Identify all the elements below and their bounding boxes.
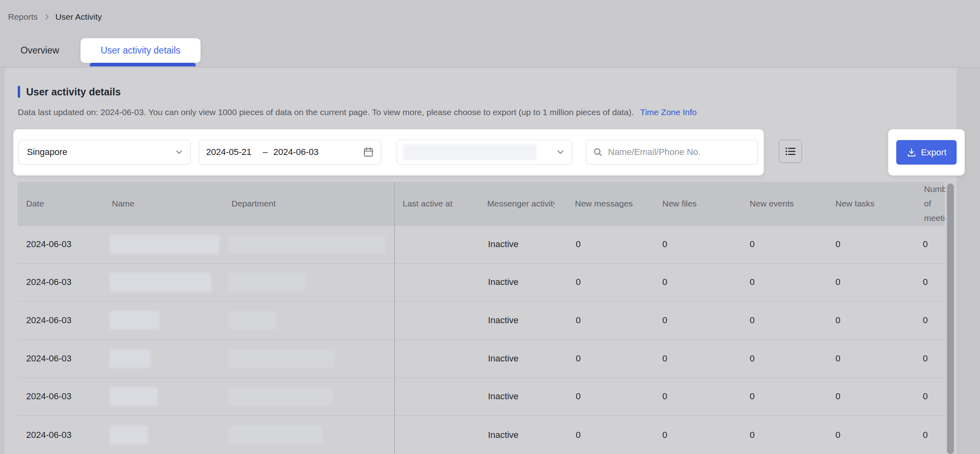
cell-date: 2024-06-03 xyxy=(26,225,72,263)
column-header-new-tasks: New tasks xyxy=(835,182,875,225)
export-label: Export xyxy=(921,147,947,158)
tab-overview[interactable]: Overview xyxy=(21,34,59,67)
section-heading: User activity details xyxy=(18,86,121,98)
cell-name-redacted xyxy=(110,426,148,444)
breadcrumb-current: User Activity xyxy=(56,12,102,22)
cell-new-tasks: 0 xyxy=(835,301,840,339)
cell-new-files: 0 xyxy=(662,378,667,416)
top-bar: Reports User Activity Overview User acti… xyxy=(0,0,980,68)
cell-name-redacted xyxy=(110,387,158,406)
cell-new-messages: 0 xyxy=(576,264,581,301)
cell-date: 2024-06-03 xyxy=(26,264,72,301)
cell-number-of-meetings: 0 xyxy=(923,264,928,301)
cell-new-events: 0 xyxy=(750,264,755,301)
cell-name-redacted xyxy=(110,273,211,291)
search-box xyxy=(586,140,758,165)
cell-date: 2024-06-03 xyxy=(26,378,72,416)
table-row: 2024-06-03 Inactive 0 0 0 0 0 xyxy=(17,225,945,264)
cell-new-files: 0 xyxy=(662,225,667,263)
cell-messenger-activity: Inactive xyxy=(488,301,519,339)
table-row: 2024-06-03 Inactive 0 0 0 0 0 xyxy=(17,301,945,340)
table-row: 2024-06-03 Inactive 0 0 0 0 0 xyxy=(17,378,945,416)
info-line: Data last updated on: 2024-06-03. You ca… xyxy=(18,107,697,117)
scrollbar-thumb[interactable] xyxy=(947,184,954,454)
cell-new-messages: 0 xyxy=(576,378,581,416)
cell-new-files: 0 xyxy=(662,264,667,301)
breadcrumb: Reports User Activity xyxy=(8,0,102,34)
page-margin-left xyxy=(0,68,5,454)
region-select[interactable]: Singapore xyxy=(19,140,191,165)
date-range-picker[interactable]: 2024-05-21 – 2024-06-03 xyxy=(199,140,381,165)
cell-number-of-meetings: 0 xyxy=(923,378,928,416)
search-icon xyxy=(593,147,603,157)
list-view-button[interactable] xyxy=(779,140,802,163)
date-range-start: 2024-05-21 xyxy=(206,147,252,157)
cell-date: 2024-06-03 xyxy=(26,301,72,339)
cell-name-redacted xyxy=(110,235,219,254)
cell-new-tasks: 0 xyxy=(835,264,840,301)
cell-department-redacted xyxy=(228,235,385,254)
cell-number-of-meetings: 0 xyxy=(923,416,928,454)
date-range-end: 2024-06-03 xyxy=(273,147,319,157)
column-header-new-messages: New messages xyxy=(575,182,633,225)
department-select[interactable] xyxy=(397,140,572,165)
department-select-redacted-value xyxy=(403,144,536,160)
table-row: 2024-06-03 Inactive 0 0 0 0 0 xyxy=(17,340,945,378)
cell-new-events: 0 xyxy=(750,301,755,339)
active-tab-underline xyxy=(90,63,196,66)
cell-number-of-meetings: 0 xyxy=(923,225,928,263)
table-header-divider xyxy=(17,225,945,226)
cell-department-redacted xyxy=(228,426,323,444)
time-zone-info-link[interactable]: Time Zone Info xyxy=(640,107,697,117)
tab-user-activity-details[interactable]: User activity details xyxy=(81,38,201,63)
column-header-new-events: New events xyxy=(750,182,794,225)
cell-name-redacted xyxy=(110,311,159,330)
info-text: Data last updated on: 2024-06-03. You ca… xyxy=(18,107,634,117)
cell-new-files: 0 xyxy=(662,340,667,378)
search-input[interactable] xyxy=(607,147,752,158)
cell-department-redacted xyxy=(228,349,335,368)
cell-messenger-activity: Inactive xyxy=(488,378,519,416)
column-header-department: Department xyxy=(232,182,276,225)
table-header-row: Date Name Department Last active at Mess… xyxy=(17,182,945,225)
region-select-value: Singapore xyxy=(27,147,175,157)
cell-name-redacted xyxy=(110,349,150,368)
cell-department-redacted xyxy=(228,311,277,330)
cell-new-tasks: 0 xyxy=(835,416,840,454)
cell-new-events: 0 xyxy=(750,378,755,416)
cell-new-messages: 0 xyxy=(576,340,581,378)
cell-new-tasks: 0 xyxy=(835,225,840,263)
date-range-separator: – xyxy=(263,147,268,157)
table-body: 2024-06-03 Inactive 0 0 0 0 0 2024-06-03… xyxy=(17,225,945,454)
cell-date: 2024-06-03 xyxy=(26,416,72,454)
cell-new-messages: 0 xyxy=(576,416,581,454)
cell-messenger-activity: Inactive xyxy=(488,225,519,263)
download-icon xyxy=(906,147,917,158)
column-header-name: Name xyxy=(112,182,134,225)
column-header-messenger-activity: Messenger activity xyxy=(487,182,554,225)
export-button[interactable]: Export xyxy=(896,140,957,165)
breadcrumb-reports[interactable]: Reports xyxy=(8,12,38,22)
cell-new-messages: 0 xyxy=(576,225,581,263)
column-header-number-of-meetings: Number of meetings xyxy=(924,182,946,225)
table-row: 2024-06-03 Inactive 0 0 0 0 0 xyxy=(17,416,945,454)
cell-new-events: 0 xyxy=(750,340,755,378)
chevron-down-icon xyxy=(175,148,183,156)
cell-number-of-meetings: 0 xyxy=(923,340,928,378)
cell-new-files: 0 xyxy=(662,301,667,339)
chevron-right-icon xyxy=(43,13,50,21)
cell-new-messages: 0 xyxy=(576,301,581,339)
cell-new-events: 0 xyxy=(750,416,755,454)
cell-messenger-activity: Inactive xyxy=(488,340,519,378)
list-icon xyxy=(784,145,796,157)
cell-department-redacted xyxy=(228,387,333,406)
cell-new-tasks: 0 xyxy=(835,378,840,416)
tab-active-label: User activity details xyxy=(101,45,180,56)
heading-accent-bar xyxy=(18,86,20,98)
column-header-last-active-at: Last active at xyxy=(403,182,453,225)
cell-new-events: 0 xyxy=(750,225,755,263)
column-header-new-files: New files xyxy=(662,182,697,225)
cell-new-files: 0 xyxy=(662,416,667,454)
column-header-date: Date xyxy=(26,182,44,225)
chevron-down-icon xyxy=(556,148,564,156)
